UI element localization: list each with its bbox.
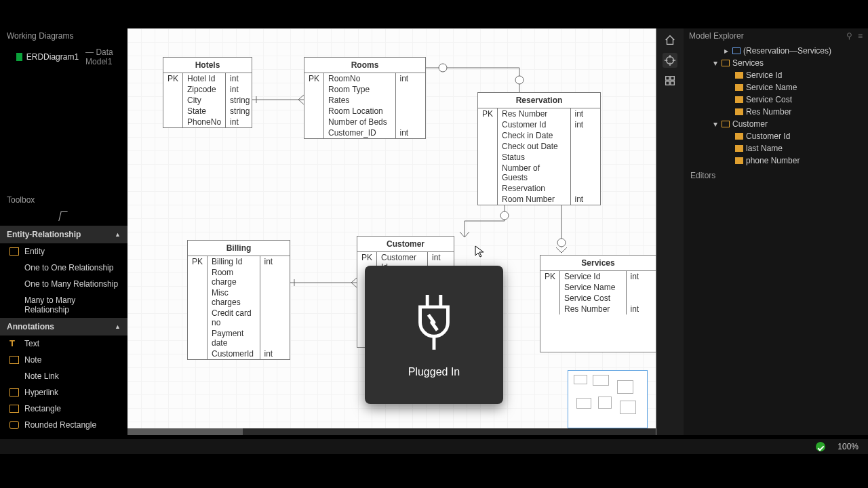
column-type	[570, 130, 600, 141]
diagram-item-erddiagram1[interactable]: ERDDiagram1 — Data Model1	[0, 45, 127, 69]
diagram-canvas[interactable]: Hotels PKHotel IdintZipcodeintCitystring…	[127, 28, 656, 435]
column-type: int	[260, 256, 290, 267]
entity-row[interactable]: Zipcodeint	[163, 84, 254, 95]
tool-rectangle[interactable]: Rectangle	[0, 401, 127, 417]
entity-row[interactable]: Check in Date	[478, 130, 600, 141]
entity-row[interactable]: Citystring	[163, 95, 254, 106]
entity-row[interactable]: Customer Idint	[478, 119, 600, 130]
entity-row[interactable]: Number of Beds	[304, 117, 425, 127]
home-icon[interactable]	[663, 33, 677, 47]
plug-icon	[403, 291, 465, 352]
column-name: Customer Id	[498, 119, 570, 130]
tree-row-customer[interactable]: ▾Customer	[684, 118, 868, 130]
entity-rooms[interactable]: Rooms PKRoomNointRoom TypeRatesRoom Loca…	[304, 57, 426, 139]
entity-row[interactable]: PKRoomNoint	[304, 73, 425, 84]
entity-row[interactable]: Statestring	[163, 106, 254, 117]
entity-row[interactable]: Service Name	[540, 282, 656, 293]
zoom-level[interactable]: 100%	[837, 442, 859, 451]
tree-row-column[interactable]: phone Number	[684, 155, 868, 167]
column-type: string	[226, 95, 254, 106]
entity-hotels[interactable]: Hotels PKHotel IdintZipcodeintCitystring…	[163, 57, 252, 128]
group-annotations[interactable]: Annotations▲	[0, 318, 127, 336]
filter-icon[interactable]: ⚲	[846, 31, 852, 41]
rectangle-icon	[9, 405, 19, 413]
mouse-cursor	[475, 245, 486, 262]
tool-hyperlink[interactable]: Hyperlink	[0, 384, 127, 401]
column-type	[395, 106, 425, 117]
tree-row-column[interactable]: Service Id	[684, 69, 868, 81]
tree-row-column[interactable]: Res Number	[684, 106, 868, 118]
tool-text[interactable]: TText	[0, 336, 127, 352]
entity-row[interactable]: Misc charges	[188, 287, 290, 308]
entity-row[interactable]: Status	[478, 152, 600, 163]
entity-row[interactable]: PKRes Numberint	[478, 108, 600, 119]
entity-row[interactable]: Room Numberint	[478, 194, 600, 205]
pk-cell	[540, 304, 560, 314]
left-panel: Working Diagrams ERDDiagram1 — Data Mode…	[0, 28, 127, 435]
entity-billing[interactable]: Billing PKBilling IdintRoom chargeMisc c…	[187, 240, 290, 360]
tool-note-link[interactable]: Note Link	[0, 368, 127, 384]
canvas-horizontal-scrollbar[interactable]	[127, 428, 656, 435]
entity-row[interactable]: Payment date	[188, 328, 290, 348]
column-name: Reservation	[498, 183, 570, 194]
entity-row[interactable]: Reservation	[478, 183, 600, 194]
entity-row[interactable]: PKBilling Idint	[188, 256, 290, 267]
crosshair-icon[interactable]	[663, 53, 677, 68]
entity-row[interactable]: Service Cost	[540, 293, 656, 304]
group-entity-relationship[interactable]: Entity-Relationship▲	[0, 226, 127, 243]
group-ann-label: Annotations	[7, 322, 54, 331]
minimap[interactable]	[568, 370, 648, 428]
tree-row-services[interactable]: ▾Services	[684, 57, 868, 69]
entity-row[interactable]: Credit card no	[188, 308, 290, 328]
model-explorer-title: Model Explorer	[689, 31, 744, 41]
menu-icon[interactable]: ≡	[858, 31, 863, 41]
entity-services[interactable]: Services PKService IdintService NameServ…	[540, 255, 656, 352]
pk-cell	[478, 163, 498, 183]
entity-row[interactable]: Check out Date	[478, 141, 600, 152]
entity-row[interactable]: Customer_IDint	[304, 127, 425, 138]
entity-row[interactable]: Room charge	[188, 267, 290, 287]
right-panel: Model Explorer ⚲≡ ▸(Reservation—Services…	[684, 28, 868, 435]
hyperlink-icon	[9, 388, 19, 396]
column-type: string	[226, 106, 254, 117]
column-icon	[735, 72, 743, 79]
entity-row[interactable]: PKHotel Idint	[163, 73, 254, 84]
entity-row[interactable]: PhoneNoint	[163, 117, 254, 127]
column-name: Status	[498, 152, 570, 163]
pk-cell	[163, 117, 183, 127]
entity-row[interactable]: Res Numberint	[540, 304, 656, 314]
tool-note[interactable]: Note	[0, 352, 127, 368]
editors-header: Editors	[684, 167, 868, 184]
tool-entity[interactable]: Entity	[0, 243, 127, 260]
tree-row-column[interactable]: Customer Id	[684, 130, 868, 142]
scrollbar-thumb[interactable]	[127, 428, 243, 435]
column-type	[260, 328, 290, 348]
grid-icon[interactable]	[663, 73, 677, 88]
pointer-tool[interactable]	[0, 209, 127, 226]
entity-reservation[interactable]: Reservation PKRes NumberintCustomer Idin…	[477, 92, 601, 205]
tool-one-to-many[interactable]: One to Many Relationship	[0, 276, 127, 292]
group-er-label: Entity-Relationship	[7, 230, 81, 239]
tree-row-column[interactable]: last Name	[684, 142, 868, 155]
entity-row[interactable]: Number of Guests	[478, 163, 600, 183]
column-name: Check in Date	[498, 130, 570, 141]
column-type	[626, 282, 656, 293]
tool-rounded-rectangle[interactable]: Rounded Rectangle	[0, 417, 127, 433]
pk-cell: PK	[188, 256, 208, 267]
pk-cell	[188, 328, 208, 348]
entity-row[interactable]: Rates	[304, 95, 425, 106]
tree-row-column[interactable]: Service Name	[684, 81, 868, 94]
entity-row[interactable]: Room Location	[304, 106, 425, 117]
tree-row-relationship[interactable]: ▸(Reservation—Services)	[684, 45, 868, 57]
pk-cell	[304, 117, 324, 127]
entity-row[interactable]: Room Type	[304, 84, 425, 95]
column-type	[395, 117, 425, 127]
column-type	[570, 141, 600, 152]
tool-many-to-many[interactable]: Many to Many Relationship	[0, 292, 127, 318]
tree-row-column[interactable]: Service Cost	[684, 94, 868, 106]
tool-one-to-one[interactable]: One to One Relationship	[0, 260, 127, 276]
entity-row[interactable]: CustomerIdint	[188, 348, 290, 359]
pk-cell	[188, 348, 208, 359]
pk-cell	[540, 282, 560, 293]
entity-row[interactable]: PKService Idint	[540, 271, 656, 282]
